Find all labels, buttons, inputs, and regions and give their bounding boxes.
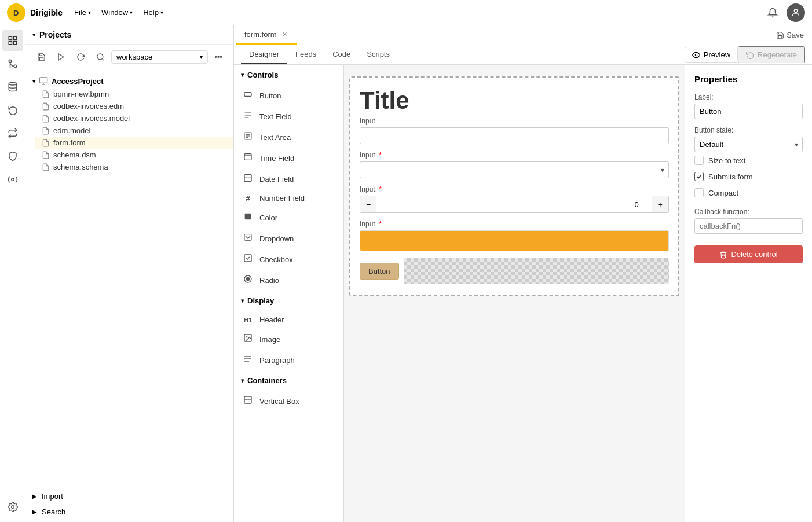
svg-rect-6 — [9, 42, 12, 45]
menu-file[interactable]: File ▾ — [70, 6, 96, 19]
rail-settings[interactable] — [2, 497, 23, 517]
control-color[interactable]: Color — [234, 207, 343, 228]
control-vertical-box[interactable]: Vertical Box — [234, 391, 343, 411]
form-field-text: Input — [360, 117, 669, 144]
tree-file-dsm[interactable]: schema.dsm — [35, 149, 233, 161]
tab-designer[interactable]: Designer — [241, 45, 287, 64]
number-increment-button[interactable]: + — [652, 196, 668, 212]
sidebar-search-item[interactable]: ▶ Search — [25, 504, 233, 520]
sidebar-collapse-icon[interactable]: ▾ — [32, 31, 36, 39]
display-section-header[interactable]: ▾ Display — [234, 291, 343, 311]
svg-point-10 — [11, 178, 14, 181]
more-options-button[interactable]: ••• — [210, 49, 226, 65]
control-checkbox[interactable]: Checkbox — [234, 249, 343, 270]
number-decrement-button[interactable]: − — [360, 196, 376, 212]
sidebar-import-item[interactable]: ▶ Import — [25, 488, 233, 504]
control-text-field[interactable]: Text Field — [234, 106, 343, 127]
controls-section-header[interactable]: ▾ Controls — [234, 65, 343, 85]
tree-file-bpmn[interactable]: bpmn-new.bpmn — [35, 88, 233, 100]
prop-callback-input[interactable] — [694, 218, 803, 234]
svg-rect-35 — [244, 255, 251, 262]
tree-project-header[interactable]: ▾ AccessProject — [25, 74, 233, 88]
tab-bar: form.form ✕ Save — [234, 25, 812, 45]
required-star-3: * — [379, 220, 382, 228]
rail-explorer[interactable] — [2, 30, 23, 51]
control-dropdown[interactable]: Dropdown — [234, 228, 343, 249]
form-field-select: Input: * ▾ — [360, 151, 669, 178]
run-toolbar-button[interactable] — [52, 48, 70, 65]
workspace-selector[interactable]: workspace ▾ — [111, 50, 208, 64]
topbar: D Dirigible File ▾ Window ▾ Help ▾ — [0, 0, 812, 25]
control-image[interactable]: Image — [234, 329, 343, 350]
control-vertical-box-label: Vertical Box — [259, 397, 299, 406]
tree-file-edmmodel[interactable]: edm.model — [35, 124, 233, 137]
control-text-field-label: Text Field — [259, 112, 292, 121]
form-drop-zone[interactable] — [404, 258, 669, 284]
tree-file-edm[interactable]: codbex-invoices.edm — [35, 100, 233, 112]
svg-point-8 — [9, 60, 12, 63]
control-date-field[interactable]: Date Field — [234, 168, 343, 189]
rail-security[interactable] — [2, 146, 23, 167]
delete-control-button[interactable]: Delete control — [694, 245, 803, 263]
containers-section-header[interactable]: ▾ Containers — [234, 370, 343, 391]
prop-size-to-text-checkbox[interactable] — [694, 156, 704, 165]
refresh-toolbar-button[interactable] — [72, 48, 89, 65]
sub-tabs: Designer Feeds Code Scripts Preview Rege… — [234, 45, 812, 65]
svg-point-39 — [246, 336, 247, 337]
tree-file-schema[interactable]: schema.schema — [35, 161, 233, 173]
control-number-field[interactable]: # Number Field — [234, 189, 343, 207]
prop-compact-checkbox[interactable] — [694, 188, 704, 197]
save-toolbar-button[interactable] — [32, 48, 50, 65]
form-color-swatch[interactable] — [360, 230, 669, 251]
control-button-label: Button — [259, 91, 281, 100]
notifications-button[interactable] — [763, 3, 782, 22]
control-color-label: Color — [259, 214, 277, 222]
menu-help[interactable]: Help ▾ — [138, 6, 168, 19]
form-text-input[interactable] — [360, 127, 669, 144]
tab-feeds[interactable]: Feeds — [287, 45, 324, 64]
color-icon — [242, 212, 254, 223]
rail-history[interactable] — [2, 100, 23, 120]
search-toolbar-button[interactable] — [92, 48, 109, 65]
svg-point-37 — [246, 277, 249, 280]
prop-submits-form-label: Submits form — [708, 172, 753, 181]
required-star-2: * — [379, 185, 382, 193]
svg-rect-34 — [244, 234, 251, 241]
form-button[interactable]: Button — [360, 263, 399, 280]
user-avatar[interactable] — [787, 3, 805, 22]
tab-close-button[interactable]: ✕ — [280, 30, 289, 39]
control-paragraph-label: Paragraph — [259, 356, 295, 365]
tab-form-form[interactable]: form.form ✕ — [236, 25, 297, 45]
tab-scripts[interactable]: Scripts — [359, 45, 398, 64]
tree-file-form[interactable]: form.form — [35, 137, 233, 149]
prop-button-state-select[interactable]: Default Primary Secondary Danger — [694, 137, 803, 152]
tree-file-model[interactable]: codbex-invoices.model — [35, 112, 233, 124]
prop-submits-form-checkbox[interactable] — [694, 172, 704, 181]
prop-label-input[interactable] — [694, 104, 803, 119]
canvas-area: Title Input Input: * ▾ — [344, 65, 685, 522]
control-radio[interactable]: Radio — [234, 270, 343, 291]
preview-button[interactable]: Preview — [685, 47, 738, 63]
menu-window[interactable]: Window ▾ — [97, 6, 137, 19]
control-time-field[interactable]: Time Field — [234, 148, 343, 168]
app-name: Dirigible — [30, 8, 63, 17]
tab-code[interactable]: Code — [324, 45, 359, 64]
topbar-menu: File ▾ Window ▾ Help ▾ — [70, 6, 168, 19]
rail-transport[interactable] — [2, 123, 23, 144]
tree-project-collapse-icon: ▾ — [32, 78, 35, 84]
form-field-number: Input: * − + — [360, 185, 669, 213]
control-header[interactable]: H1 Header — [234, 311, 343, 329]
control-paragraph[interactable]: Paragraph — [234, 350, 343, 370]
rail-git[interactable] — [2, 53, 23, 74]
rail-database[interactable] — [2, 76, 23, 97]
delete-control-label: Delete control — [731, 250, 777, 259]
control-button[interactable]: Button — [234, 85, 343, 106]
save-button[interactable]: Save — [768, 27, 812, 43]
form-select-input[interactable] — [360, 161, 669, 178]
control-text-area[interactable]: Text Area — [234, 127, 343, 148]
control-dropdown-label: Dropdown — [259, 234, 294, 243]
rail-extensions[interactable] — [2, 169, 23, 190]
regenerate-button[interactable]: Regenerate — [738, 46, 805, 63]
form-number-input[interactable] — [376, 197, 652, 212]
button-control-icon — [242, 90, 254, 101]
